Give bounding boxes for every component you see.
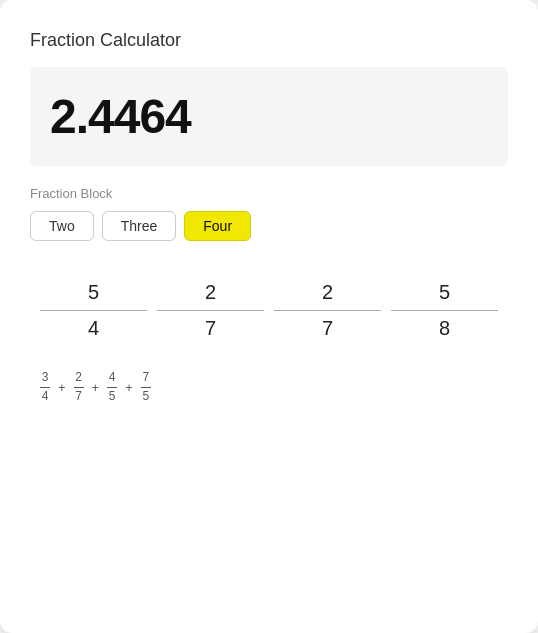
fraction-2 xyxy=(157,281,264,340)
fraction-block-label: Fraction Block xyxy=(30,186,508,201)
formula-frac-1-den: 4 xyxy=(40,388,50,405)
formula-frac-3-num: 4 xyxy=(107,370,117,388)
formula-frac-4: 7 5 xyxy=(141,370,151,404)
fraction-4-numerator[interactable] xyxy=(391,281,498,311)
fraction-3-denominator[interactable] xyxy=(274,311,381,340)
fraction-4 xyxy=(391,281,498,340)
formula-frac-3: 4 5 xyxy=(107,370,117,404)
formula-frac-4-num: 7 xyxy=(141,370,151,388)
formula-frac-3-den: 5 xyxy=(107,388,117,405)
plus-3: + xyxy=(125,380,133,395)
formula-frac-1: 3 4 xyxy=(40,370,50,404)
calculator-card: Fraction Calculator 2.4464 Fraction Bloc… xyxy=(0,0,538,633)
fraction-2-numerator[interactable] xyxy=(157,281,264,311)
app-title: Fraction Calculator xyxy=(30,30,508,51)
formula-frac-2: 2 7 xyxy=(74,370,84,404)
tab-three[interactable]: Three xyxy=(102,211,177,241)
tabs-container: Two Three Four xyxy=(30,211,508,241)
plus-2: + xyxy=(92,380,100,395)
fraction-2-denominator[interactable] xyxy=(157,311,264,340)
fractions-grid xyxy=(30,281,508,340)
result-value: 2.4464 xyxy=(50,89,488,144)
plus-1: + xyxy=(58,380,66,395)
fraction-1-numerator[interactable] xyxy=(40,281,147,311)
fraction-3 xyxy=(274,281,381,340)
fraction-1 xyxy=(40,281,147,340)
fraction-4-denominator[interactable] xyxy=(391,311,498,340)
formula-frac-2-den: 7 xyxy=(74,388,84,405)
formula-display: 3 4 + 2 7 + 4 5 + 7 5 xyxy=(30,370,508,404)
fraction-3-numerator[interactable] xyxy=(274,281,381,311)
result-box: 2.4464 xyxy=(30,67,508,166)
formula-frac-2-num: 2 xyxy=(74,370,84,388)
formula-frac-4-den: 5 xyxy=(141,388,151,405)
fraction-1-denominator[interactable] xyxy=(40,311,147,340)
formula-frac-1-num: 3 xyxy=(40,370,50,388)
tab-four[interactable]: Four xyxy=(184,211,251,241)
tab-two[interactable]: Two xyxy=(30,211,94,241)
